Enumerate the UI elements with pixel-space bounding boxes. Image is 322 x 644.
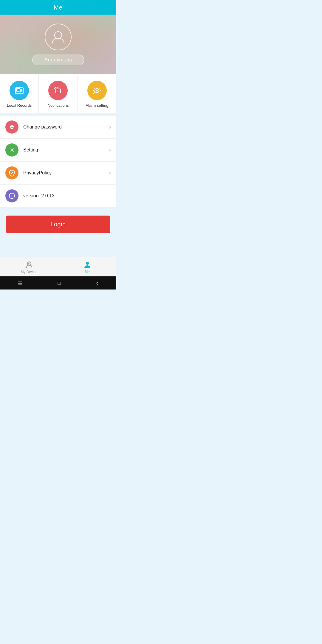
svg-point-6 <box>96 90 98 91</box>
notifications-button[interactable]: Notifications <box>39 74 78 113</box>
notifications-label: Notifications <box>48 103 69 108</box>
version-label: version: 2.0.13 <box>23 193 111 199</box>
svg-point-15 <box>28 262 30 265</box>
app-header: Me <box>0 0 116 15</box>
setting-label: Setting <box>23 147 109 153</box>
change-password-icon <box>5 120 18 134</box>
privacy-policy-icon <box>5 166 18 179</box>
username-text: Anonymous <box>44 57 72 63</box>
bottom-nav: My Device Me <box>0 257 116 276</box>
change-password-chevron: › <box>109 124 111 130</box>
me-nav-icon <box>83 260 92 269</box>
privacy-policy-chevron: › <box>109 170 111 176</box>
android-back-button[interactable]: ‹ <box>96 279 98 287</box>
svg-point-0 <box>55 32 62 39</box>
login-section: Login <box>0 207 116 239</box>
me-nav-item[interactable]: Me <box>58 257 116 276</box>
notifications-icon-circle <box>48 81 68 100</box>
profile-hero: Anonymous <box>0 15 116 74</box>
change-password-item[interactable]: Change password › <box>0 116 116 139</box>
list-menu: Change password › Setting › PrivacyPolic… <box>0 116 116 207</box>
privacy-policy-item[interactable]: PrivacyPolicy › <box>0 162 116 185</box>
avatar-icon <box>50 29 66 45</box>
username-badge[interactable]: Anonymous <box>32 55 84 65</box>
change-password-label: Change password <box>23 124 109 130</box>
local-records-label: Local Records <box>7 103 32 108</box>
my-device-nav-icon <box>25 260 33 269</box>
android-nav-bar: ☰ □ ‹ <box>0 276 116 290</box>
android-home-button[interactable]: □ <box>58 281 61 286</box>
alarm-setting-button[interactable]: Alarm setting <box>78 74 116 113</box>
svg-point-11 <box>11 149 13 151</box>
local-records-icon-circle <box>10 81 29 100</box>
my-device-nav-label: My Device <box>21 270 37 274</box>
avatar[interactable] <box>45 24 72 50</box>
content-spacer <box>0 239 116 257</box>
setting-item[interactable]: Setting › <box>0 139 116 162</box>
svg-point-14 <box>29 263 30 264</box>
setting-chevron: › <box>109 147 111 153</box>
android-menu-button[interactable]: ☰ <box>18 281 22 286</box>
setting-icon <box>5 143 18 157</box>
svg-point-16 <box>86 262 89 265</box>
local-records-button[interactable]: Local Records <box>0 74 39 113</box>
alarm-setting-icon-circle <box>87 81 107 100</box>
icon-menu: Local Records Notifications Alarm <box>0 74 116 113</box>
login-button[interactable]: Login <box>6 216 110 233</box>
version-item: version: 2.0.13 <box>0 185 116 207</box>
my-device-nav-item[interactable]: My Device <box>0 257 58 276</box>
me-nav-label: Me <box>85 270 90 274</box>
svg-point-4 <box>54 88 55 89</box>
alarm-setting-label: Alarm setting <box>86 103 108 108</box>
header-title: Me <box>54 4 63 11</box>
privacy-policy-label: PrivacyPolicy <box>23 170 109 176</box>
version-icon <box>5 189 18 202</box>
